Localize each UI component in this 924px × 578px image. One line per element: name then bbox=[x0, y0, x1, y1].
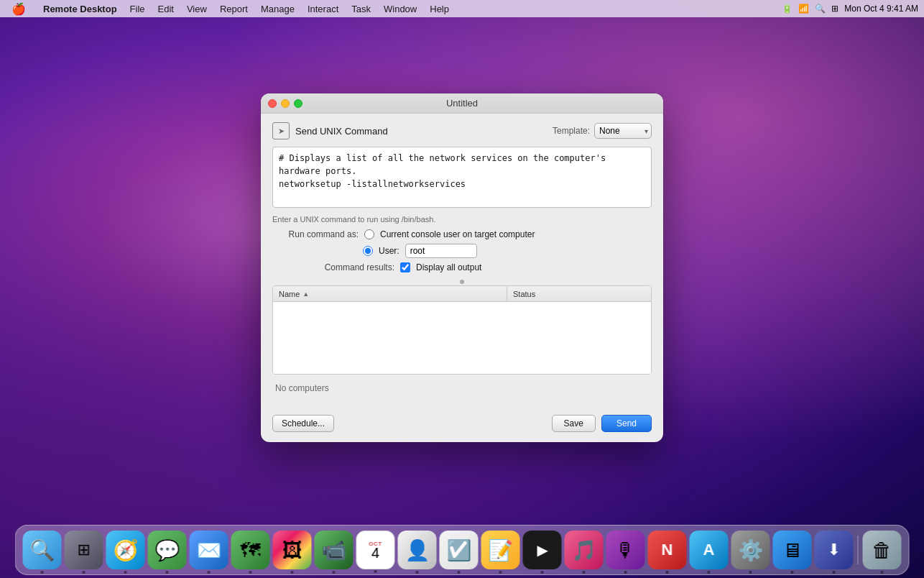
dialog-header: ➤ Send UNIX Command Template: None bbox=[272, 122, 652, 139]
report-menu[interactable]: Report bbox=[214, 2, 254, 16]
window-controls bbox=[268, 99, 302, 108]
run-command-label: Run command as: bbox=[272, 229, 359, 239]
dialog-content: ➤ Send UNIX Command Template: None # Dis… bbox=[261, 114, 663, 408]
edit-menu[interactable]: Edit bbox=[152, 2, 180, 16]
dock-appletv[interactable]: ▶ bbox=[523, 531, 562, 569]
menubar: 🍎 Remote Desktop File Edit View Report M… bbox=[0, 0, 924, 17]
template-select-wrapper[interactable]: None bbox=[594, 123, 652, 139]
wifi-icon: 📶 bbox=[798, 4, 809, 14]
options-section: Run command as: Current console user on … bbox=[272, 229, 652, 272]
dock-music[interactable]: 🎵 bbox=[565, 531, 604, 569]
command-textarea[interactable]: # Displays a list of all the network ser… bbox=[272, 147, 652, 208]
dock-contacts[interactable]: 👤 bbox=[398, 531, 437, 569]
dock-appstore[interactable]: A bbox=[690, 531, 729, 569]
console-user-label: Current console user on target computer bbox=[380, 229, 535, 239]
window-menu[interactable]: Window bbox=[378, 2, 422, 16]
dock-podcasts[interactable]: 🎙 bbox=[606, 531, 645, 569]
app-name-menu[interactable]: Remote Desktop bbox=[37, 2, 123, 16]
battery-icon: 🔋 bbox=[782, 4, 793, 14]
section-title: Send UNIX Command bbox=[295, 126, 553, 137]
user-field[interactable] bbox=[405, 244, 477, 258]
task-menu[interactable]: Task bbox=[346, 2, 376, 16]
maximize-button[interactable] bbox=[294, 99, 302, 108]
control-center-icon[interactable]: ⊞ bbox=[831, 4, 838, 14]
dock-system-preferences[interactable]: ⚙️ bbox=[731, 531, 770, 569]
send-unix-command-dialog: Untitled ➤ Send UNIX Command Template: N… bbox=[261, 93, 663, 442]
dock-notes[interactable]: 📝 bbox=[481, 531, 520, 569]
dock-mail[interactable]: ✉️ bbox=[190, 531, 228, 569]
resize-handle[interactable] bbox=[272, 277, 652, 285]
user-radio-label: User: bbox=[379, 246, 399, 256]
display-output-label: Display all output bbox=[416, 262, 481, 272]
dock-remote-desktop[interactable]: 🖥 bbox=[773, 531, 812, 569]
user-row: User: bbox=[363, 244, 652, 258]
help-menu[interactable]: Help bbox=[424, 2, 455, 16]
dialog-footer: Schedule... Save Send bbox=[261, 408, 663, 442]
dock-messages[interactable]: 💬 bbox=[148, 531, 187, 569]
template-select[interactable]: None bbox=[594, 123, 652, 139]
dock-calendar[interactable]: OCT 4 bbox=[356, 531, 395, 569]
dock-transloader[interactable]: ⬇ bbox=[815, 531, 854, 569]
status-column-header[interactable]: Status bbox=[507, 286, 651, 301]
close-button[interactable] bbox=[268, 99, 277, 108]
dock-maps[interactable]: 🗺 bbox=[231, 531, 270, 569]
dock-divider bbox=[858, 536, 859, 564]
results-header: Name ▲ Status bbox=[273, 286, 651, 302]
dock-photos[interactable]: 🖼 bbox=[273, 531, 312, 569]
user-radio[interactable] bbox=[363, 246, 373, 256]
footer-right: Save Send bbox=[552, 415, 652, 432]
interact-menu[interactable]: Interact bbox=[302, 2, 344, 16]
dock: 🔍 ⊞ 🧭 💬 ✉️ 🗺 🖼 📹 OCT 4 👤 ☑️ 📝 ▶ 🎵 🎙 N A … bbox=[15, 525, 910, 575]
dock-trash[interactable]: 🗑 bbox=[863, 531, 902, 569]
dock-launchpad[interactable]: ⊞ bbox=[65, 531, 103, 569]
template-row: Template: None bbox=[553, 123, 652, 139]
template-label: Template: bbox=[553, 126, 590, 136]
no-computers-label: No computers bbox=[272, 380, 652, 399]
send-button[interactable]: Send bbox=[601, 415, 652, 432]
display-output-checkbox[interactable] bbox=[400, 262, 410, 272]
dock-facetime[interactable]: 📹 bbox=[315, 531, 354, 569]
resize-dot bbox=[460, 280, 464, 284]
dock-reminders[interactable]: ☑️ bbox=[440, 531, 479, 569]
dock-safari[interactable]: 🧭 bbox=[106, 531, 145, 569]
clock: Mon Oct 4 9:41 AM bbox=[844, 4, 918, 14]
results-table: Name ▲ Status bbox=[272, 285, 652, 375]
view-menu[interactable]: View bbox=[181, 2, 213, 16]
apple-menu[interactable]: 🍎 bbox=[6, 1, 32, 17]
spotlight-icon[interactable]: 🔍 bbox=[815, 4, 826, 14]
hint-text: Enter a UNIX command to run using /bin/b… bbox=[272, 215, 652, 224]
command-results-label: Command results: bbox=[308, 262, 394, 272]
file-menu[interactable]: File bbox=[124, 2, 151, 16]
results-body bbox=[273, 302, 651, 374]
command-results-row: Command results: Display all output bbox=[308, 262, 652, 272]
run-command-row: Run command as: Current console user on … bbox=[272, 229, 652, 239]
dock-news[interactable]: N bbox=[648, 531, 687, 569]
sort-arrow-icon: ▲ bbox=[302, 290, 309, 298]
send-unix-icon: ➤ bbox=[272, 122, 290, 139]
dialog-title: Untitled bbox=[446, 98, 478, 109]
name-column-header[interactable]: Name ▲ bbox=[273, 286, 507, 301]
schedule-button[interactable]: Schedule... bbox=[272, 415, 334, 432]
dock-finder[interactable]: 🔍 bbox=[23, 531, 62, 569]
minimize-button[interactable] bbox=[281, 99, 290, 108]
dialog-titlebar: Untitled bbox=[261, 93, 663, 114]
save-button[interactable]: Save bbox=[552, 415, 596, 432]
console-user-radio[interactable] bbox=[364, 229, 374, 239]
manage-menu[interactable]: Manage bbox=[255, 2, 300, 16]
